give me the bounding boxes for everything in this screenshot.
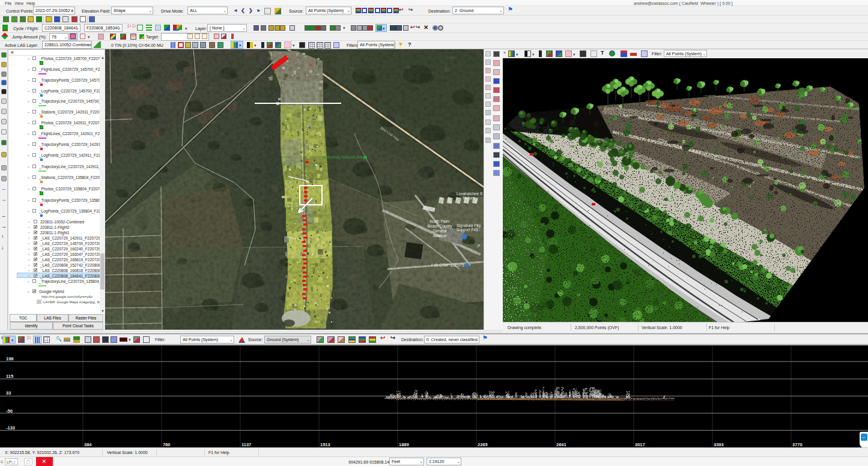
svg-text:1513: 1513 [320, 442, 330, 447]
svg-text:Natura: Natura [463, 196, 475, 200]
svg-text:1137: 1137 [241, 442, 251, 447]
svg-text:General: General [432, 229, 447, 233]
svg-text:North Palm: North Palm [430, 219, 450, 223]
svg-text:-133: -133 [6, 425, 15, 431]
svg-text:Loxahatchee S: Loxahatchee S [457, 192, 483, 196]
svg-text:760: 760 [163, 442, 171, 447]
svg-text:384: 384 [84, 442, 92, 447]
svg-text:-50: -50 [6, 408, 13, 414]
svg-text:1889: 1889 [399, 442, 409, 447]
svg-text:F45 CTAF 123.075: F45 CTAF 123.075 [431, 263, 464, 267]
svg-text:33: 33 [6, 390, 11, 396]
svg-text:3770: 3770 [792, 442, 803, 447]
svg-text:Aviation: Aviation [432, 234, 446, 238]
svg-text:Support F45 -: Support F45 - [457, 228, 481, 232]
svg-text:2265: 2265 [478, 442, 488, 447]
svg-text:115: 115 [6, 374, 13, 379]
svg-text:198: 198 [6, 356, 14, 362]
svg-text:Beach County: Beach County [428, 224, 453, 229]
svg-text:P: P [478, 244, 480, 248]
svg-text:2641: 2641 [556, 442, 566, 447]
svg-text:3017: 3017 [635, 442, 645, 447]
svg-text:Sweetbay Natural Area: Sweetbay Natural Area [322, 155, 365, 160]
svg-text:3393: 3393 [714, 442, 724, 447]
